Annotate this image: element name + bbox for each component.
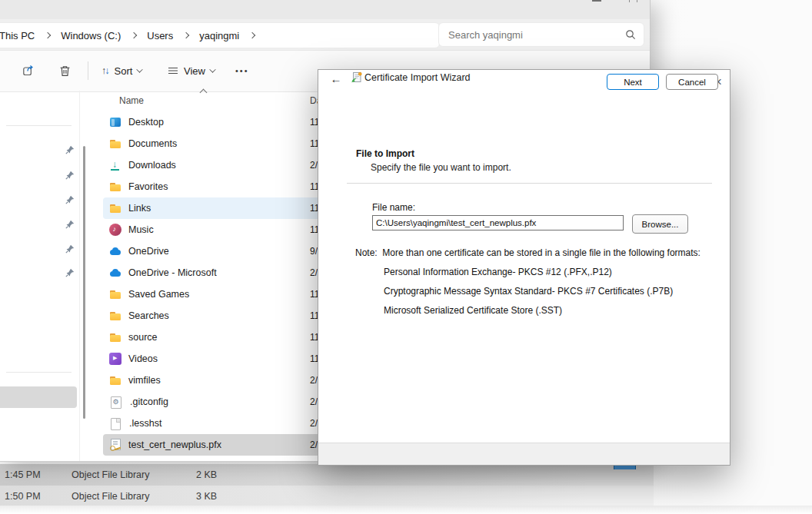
- view-icon: [167, 65, 179, 77]
- file-name-label: Documents: [128, 138, 177, 149]
- delete-button[interactable]: [54, 58, 76, 83]
- desktop-icon: [109, 116, 121, 128]
- search-input[interactable]: [447, 28, 625, 41]
- gear-file-icon: [111, 396, 121, 409]
- video-icon: [109, 353, 121, 365]
- certificate-import-wizard-dialog: × ← Certificate Import Wizard File to Im…: [318, 69, 730, 466]
- file-icon: [111, 418, 121, 430]
- wizard-page-heading: File to Import: [356, 148, 414, 159]
- heading-separator: [347, 183, 712, 184]
- folder-icon: [109, 288, 121, 300]
- certificate-format-item: Cryptographic Message Syntax Standard- P…: [384, 286, 673, 297]
- file-name-label: OneDrive - Microsoft: [128, 267, 217, 278]
- file-date-fragment: 2/: [310, 396, 318, 407]
- chevron-right-icon: [183, 32, 189, 38]
- cloud-icon: [109, 267, 121, 279]
- download-icon: [109, 159, 121, 171]
- file-name-label: .gitconfig: [130, 396, 168, 407]
- file-date-fragment: 2/: [310, 439, 318, 450]
- window-control-fragment: [592, 0, 601, 2]
- background-fade: [0, 506, 812, 514]
- search-icon: [625, 29, 636, 40]
- file-name-label: Desktop: [128, 117, 164, 128]
- address-bar: This PCWindows (C:)Usersyaqingmi: [0, 19, 650, 50]
- chevron-right-icon: [249, 32, 255, 38]
- background-file-row: 1:45 PMObject File Library2 KB: [0, 464, 654, 486]
- formats-note: Note: More than one certificate can be s…: [355, 247, 701, 258]
- share-button[interactable]: [17, 58, 40, 83]
- folder-icon: [109, 374, 121, 386]
- explorer-titlebar: [0, 0, 650, 20]
- view-label: View: [184, 65, 205, 77]
- file-name-label: Searches: [128, 310, 169, 321]
- sort-button[interactable]: ↑↓ Sort: [97, 58, 147, 83]
- view-button[interactable]: View: [162, 58, 220, 83]
- file-date-fragment: 9/: [310, 246, 318, 257]
- file-date-fragment: 2/: [310, 418, 318, 429]
- column-header-name[interactable]: Name: [119, 95, 144, 106]
- chevron-right-icon: [131, 32, 137, 38]
- dialog-footer: [318, 443, 730, 465]
- file-name-label: vimfiles: [128, 375, 161, 386]
- file-date-fragment: 2/: [310, 375, 318, 386]
- breadcrumb-item[interactable]: yaqingmi: [196, 28, 242, 43]
- file-name-label: Favorites: [128, 181, 168, 192]
- certificate-format-item: Microsoft Serialized Certificate Store (…: [384, 305, 562, 316]
- dialog-back-button[interactable]: ←: [326, 70, 346, 87]
- file-name-label: Links: [128, 203, 151, 214]
- cloud-icon: [109, 245, 121, 257]
- certificate-format-item: Personal Information Exchange- PKCS #12 …: [384, 267, 612, 277]
- file-name-label: File name:: [372, 202, 415, 213]
- folder-icon: [109, 181, 121, 193]
- cancel-button[interactable]: Cancel: [666, 74, 718, 90]
- dialog-title: Certificate Import Wizard: [364, 72, 471, 83]
- folder-icon: [109, 202, 121, 214]
- background-file-row: 1:50 PMObject File Library3 KB: [0, 486, 654, 507]
- file-name-label: test_cert_newplus.pfx: [128, 439, 221, 450]
- chevron-down-icon: [209, 66, 215, 72]
- folder-icon: [109, 138, 121, 150]
- back-arrow-icon: ←: [331, 72, 342, 85]
- file-name-label: OneDrive: [128, 246, 169, 257]
- breadcrumb: This PCWindows (C:)Usersyaqingmi: [0, 22, 440, 48]
- browse-button[interactable]: Browse...: [632, 214, 688, 234]
- music-icon: [109, 224, 121, 236]
- wizard-page-subheading: Specify the file you want to import.: [371, 162, 511, 173]
- folder-icon: [109, 310, 121, 322]
- window-close-fragment: [629, 0, 637, 2]
- chevron-down-icon: [137, 66, 143, 72]
- search-box[interactable]: [438, 22, 644, 47]
- folder-icon: [109, 331, 121, 343]
- certificate-icon: [109, 439, 121, 451]
- toolbar-separator: [88, 61, 88, 80]
- file-date-fragment: 2/: [310, 267, 318, 278]
- sort-label: Sort: [115, 65, 133, 77]
- chevron-right-icon: [45, 32, 51, 38]
- file-name-label: Videos: [128, 353, 158, 364]
- file-date-fragment: 2/: [310, 160, 318, 171]
- sort-arrows-icon: ↑↓: [102, 66, 110, 76]
- file-name-label: .lesshst: [129, 418, 161, 429]
- file-name-input[interactable]: [372, 215, 624, 230]
- certificate-wizard-icon: [351, 71, 363, 84]
- share-icon: [22, 64, 35, 78]
- file-name-label: Music: [128, 224, 154, 235]
- file-name-label: Downloads: [128, 160, 176, 171]
- trash-icon: [58, 65, 72, 78]
- more-button[interactable]: •••: [231, 58, 254, 83]
- breadcrumb-item[interactable]: This PC: [0, 28, 38, 43]
- breadcrumb-item[interactable]: Users: [144, 28, 176, 43]
- breadcrumb-item[interactable]: Windows (C:): [58, 28, 124, 43]
- file-name-label: Saved Games: [128, 289, 189, 300]
- ellipsis-icon: •••: [235, 66, 249, 75]
- background-window-file-rows: 1:45 PMObject File Library2 KB1:50 PMObj…: [0, 464, 654, 507]
- next-button[interactable]: Next: [607, 74, 659, 90]
- file-name-label: source: [128, 332, 158, 343]
